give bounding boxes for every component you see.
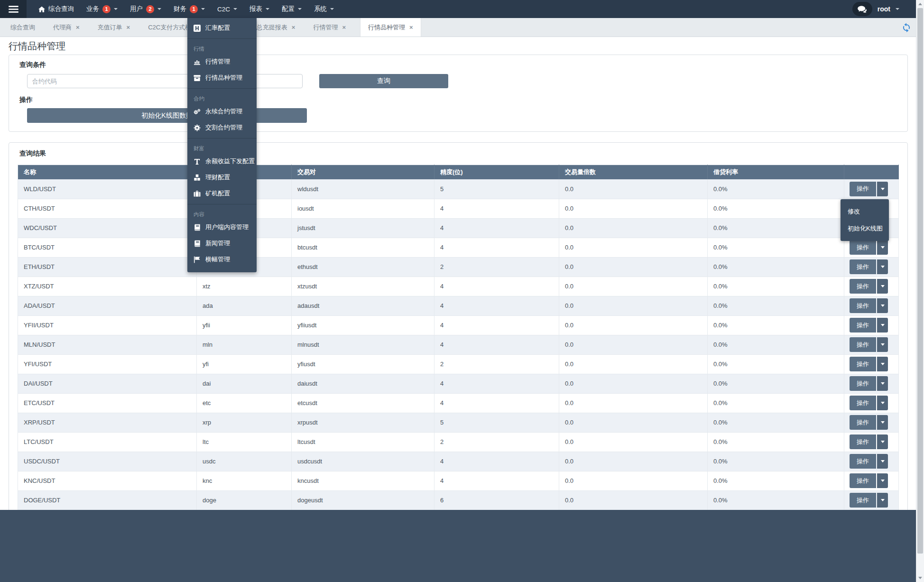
table-row: CTH/USDT iousdt 4 0.0 0.0% 操作	[18, 199, 899, 218]
tab-deposit-orders[interactable]: 充值订单 ×	[94, 18, 134, 37]
row-action-caret-button[interactable]	[877, 279, 888, 294]
cell-borrow-rate: 0.0%	[708, 257, 844, 277]
row-action-caret-button[interactable]	[877, 493, 888, 508]
row-action-caret-button[interactable]	[877, 337, 888, 352]
sidebar-toggle-button[interactable]	[0, 0, 27, 18]
cell-pair: wldusdt	[292, 179, 434, 199]
close-icon[interactable]: ×	[127, 24, 130, 31]
row-action-button[interactable]: 操作	[850, 473, 876, 488]
comments-icon	[858, 6, 867, 13]
navbar-item-label: 报表	[249, 5, 262, 13]
c2c-menu-item-balance-income-config[interactable]: 余额收益下发配置	[187, 153, 257, 169]
tab-summary[interactable]: 综合查询	[7, 18, 39, 37]
menu-item-label: 用户端内容管理	[205, 223, 249, 231]
close-icon[interactable]: ×	[292, 24, 296, 31]
menu-item-label: 横幅管理	[205, 255, 230, 264]
row-action-caret-button[interactable]	[877, 473, 888, 488]
row-action-caret-button[interactable]	[877, 396, 888, 410]
navbar-item-c2c[interactable]: C2C	[211, 0, 243, 18]
refresh-tabs-button[interactable]	[902, 23, 911, 32]
tab-deposit-withdraw-report[interactable]: 总充提报表 ×	[253, 18, 299, 37]
row-action-button[interactable]: 操作	[850, 298, 876, 313]
c2c-menu-item-market-symbol-management[interactable]: 行情品种管理	[187, 70, 257, 86]
cell-precision: 4	[434, 471, 559, 490]
messages-button[interactable]	[852, 2, 872, 16]
row-action-dropdown-menu: 修改初始化K线图	[841, 199, 889, 241]
row-action-button[interactable]: 操作	[850, 182, 876, 196]
row-action-caret-button[interactable]	[877, 298, 888, 313]
row-action-button[interactable]: 操作	[850, 493, 876, 508]
vertical-scrollbar[interactable]	[916, 0, 924, 582]
row-menu-item-init-kline[interactable]: 初始化K线图	[841, 220, 889, 237]
scrollbar-down-arrow[interactable]	[918, 577, 922, 579]
navbar-item-config[interactable]: 配置	[276, 0, 308, 18]
cubes-icon	[194, 174, 201, 181]
cell-pair: jstusdt	[292, 218, 434, 238]
c2c-menu-item-miner-config[interactable]: 矿机配置	[187, 185, 257, 202]
cell-volume-multiple: 0.0	[559, 452, 708, 471]
row-action-caret-button[interactable]	[877, 318, 888, 333]
row-action-button[interactable]: 操作	[850, 337, 876, 352]
row-action-caret-button[interactable]	[877, 454, 888, 469]
row-action-button[interactable]: 操作	[850, 434, 876, 449]
navbar-item-reports[interactable]: 报表	[243, 0, 276, 18]
navbar-item-users[interactable]: 用户 2	[124, 0, 167, 18]
row-action-caret-button[interactable]	[877, 182, 888, 196]
table-row: LTC/USDT ltc ltcusdt 2 0.0 0.0% 操作	[18, 432, 899, 452]
row-action-button[interactable]: 操作	[850, 415, 876, 430]
c2c-menu-item-delivery-contract-management[interactable]: 交割合约管理	[187, 120, 257, 136]
caret-down-icon	[881, 343, 885, 346]
row-action-caret-button[interactable]	[877, 376, 888, 391]
row-menu-item-edit[interactable]: 修改	[841, 203, 889, 220]
tab-market-symbol-management[interactable]: 行情品种管理 ×	[360, 18, 421, 37]
row-action-caret-button[interactable]	[877, 415, 888, 430]
h-square-icon	[194, 25, 201, 32]
c2c-menu-item-client-content-management[interactable]: 用户端内容管理	[187, 219, 257, 235]
scrollbar-thumb[interactable]	[917, 8, 923, 554]
search-button[interactable]: 查询	[319, 74, 448, 88]
close-icon[interactable]: ×	[409, 24, 413, 31]
c2c-menu-item-wealth-config[interactable]: 理财配置	[187, 169, 257, 185]
cell-borrow-rate: 0.0%	[708, 374, 844, 393]
cell-actions: 操作	[844, 179, 899, 199]
caret-down-icon	[881, 460, 885, 462]
row-action-button[interactable]: 操作	[850, 454, 876, 469]
row-action-caret-button[interactable]	[877, 240, 888, 255]
cell-volume-multiple: 0.0	[559, 257, 708, 277]
tab-label: 代理商	[53, 23, 72, 32]
navbar-item-summary[interactable]: 综合查询	[32, 0, 80, 18]
row-action-button[interactable]: 操作	[850, 376, 876, 391]
contract-code-input[interactable]	[27, 74, 303, 88]
caret-down-icon	[881, 382, 885, 385]
row-action-button[interactable]: 操作	[850, 279, 876, 294]
close-icon[interactable]: ×	[76, 24, 80, 31]
c2c-menu-item-market-management[interactable]: 行情管理	[187, 54, 257, 70]
c2c-menu-item-banner-management[interactable]: 横幅管理	[187, 251, 257, 268]
navbar-item-business[interactable]: 业务 1	[80, 0, 124, 18]
tab-market-management[interactable]: 行情管理 ×	[309, 18, 350, 37]
row-action-button[interactable]: 操作	[850, 357, 876, 371]
c2c-menu-item-news-management[interactable]: 新闻管理	[187, 235, 257, 251]
row-action-button[interactable]: 操作	[850, 240, 876, 255]
scrollbar-up-arrow[interactable]	[918, 3, 922, 5]
navbar-menu: 综合查询 业务 1 用户 2 财务 1 C2C 报表 配置 系统	[32, 0, 340, 18]
init-kline-data-button[interactable]: 初始化K线图数据	[27, 108, 307, 123]
c2c-menu-item-exchange-rate-config[interactable]: 汇率配置	[187, 20, 257, 36]
tab-agents[interactable]: 代理商 ×	[49, 18, 83, 37]
row-action-button[interactable]: 操作	[850, 318, 876, 333]
cell-pair: xrpusdt	[292, 413, 434, 432]
username-menu[interactable]: root	[878, 5, 890, 13]
c2c-menu-item-perpetual-contract-management[interactable]: 永续合约管理	[187, 103, 257, 120]
cell-name: ADA/USDT	[18, 296, 197, 315]
row-action-caret-button[interactable]	[877, 259, 888, 274]
menu-item-label: 余额收益下发配置	[205, 157, 255, 166]
row-action-caret-button[interactable]	[877, 357, 888, 371]
cell-borrow-rate: 0.0%	[708, 218, 844, 238]
close-icon[interactable]: ×	[342, 24, 346, 31]
row-action-button[interactable]: 操作	[850, 259, 876, 274]
navbar-item-system[interactable]: 系统	[308, 0, 340, 18]
row-action-caret-button[interactable]	[877, 434, 888, 449]
table-row: ETC/USDT etc etcusdt 4 0.0 0.0% 操作	[18, 393, 899, 413]
row-action-button[interactable]: 操作	[850, 396, 876, 410]
navbar-item-finance[interactable]: 财务 1	[167, 0, 211, 18]
